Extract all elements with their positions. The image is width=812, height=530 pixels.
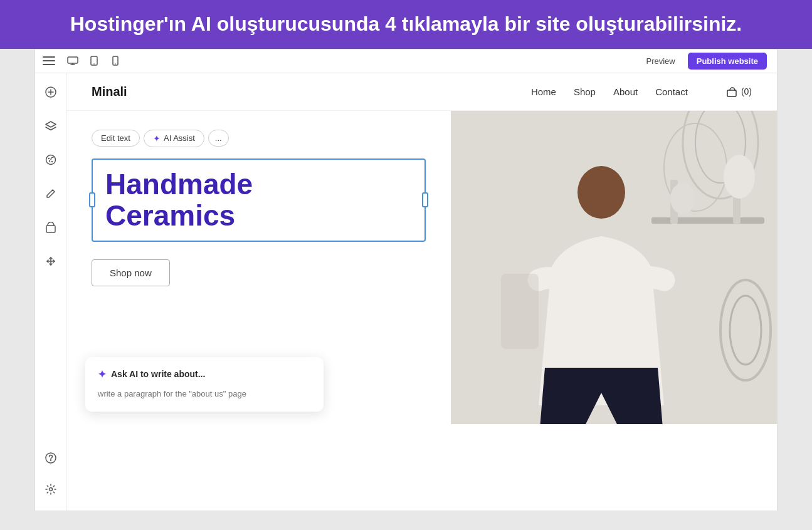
editor-wrapper: Preview Publish website (34, 49, 778, 511)
hero-heading: Handmade Ceramics (105, 169, 412, 232)
site-nav: Minali Home Shop About Contact (0) (66, 73, 777, 111)
edit-text-button[interactable]: Edit text (92, 130, 140, 147)
more-options-button[interactable]: ... (208, 130, 229, 147)
nav-home[interactable]: Home (531, 86, 556, 97)
shop-now-button[interactable]: Shop now (92, 259, 170, 286)
site-logo: Minali (92, 85, 127, 99)
sidebar-bottom (40, 447, 62, 501)
svg-point-9 (51, 160, 52, 162)
svg-point-23 (577, 166, 625, 219)
svg-point-12 (49, 487, 52, 491)
topbar-left (43, 55, 124, 67)
sidebar-item-move[interactable] (40, 250, 62, 273)
selection-handle-right (422, 192, 428, 207)
heading-container[interactable]: Handmade Ceramics (92, 158, 426, 242)
svg-point-21 (724, 155, 755, 199)
sidebar-item-settings[interactable] (40, 478, 62, 501)
hero-photo (451, 111, 777, 424)
sidebar-item-help[interactable] (40, 447, 62, 469)
ai-sparkle-icon: ✦ (153, 133, 161, 143)
publish-button[interactable]: Publish website (688, 53, 767, 70)
site-cart[interactable]: (0) (725, 85, 752, 98)
ai-prompt-star-icon: ✦ (98, 368, 106, 380)
svg-rect-10 (46, 226, 55, 232)
ai-prompt-input[interactable] (98, 389, 311, 398)
svg-rect-13 (727, 90, 736, 96)
svg-point-4 (115, 63, 116, 65)
hero-section: Edit text ✦ AI Assist ... Handmade (66, 111, 777, 424)
hamburger-icon[interactable] (43, 56, 55, 65)
banner-text: Hostinger'ın AI oluşturucusunda 4 tıklam… (25, 11, 787, 38)
nav-about[interactable]: About (613, 86, 638, 97)
ai-assist-button[interactable]: ✦ AI Assist (144, 130, 204, 147)
svg-rect-0 (68, 57, 78, 63)
sidebar (35, 49, 66, 511)
mobile-icon[interactable] (107, 55, 124, 67)
sidebar-item-theme[interactable] (40, 148, 62, 171)
svg-point-2 (93, 63, 95, 65)
selection-handle-left (89, 192, 95, 207)
hero-image (451, 111, 777, 424)
website-preview: Minali Home Shop About Contact (0) (66, 73, 777, 511)
site-nav-links: Home Shop About Contact (531, 86, 688, 97)
top-banner: Hostinger'ın AI oluşturucusunda 4 tıklam… (0, 0, 812, 49)
sidebar-item-layers[interactable] (40, 115, 62, 137)
sidebar-item-shop[interactable] (40, 216, 62, 239)
editor-topbar: Preview Publish website (35, 49, 777, 73)
svg-point-8 (48, 160, 50, 161)
desktop-icon[interactable] (64, 55, 82, 67)
sidebar-item-edit[interactable] (40, 182, 62, 205)
tablet-icon[interactable] (85, 55, 103, 67)
svg-rect-24 (501, 274, 539, 349)
svg-point-7 (48, 157, 49, 158)
nav-contact[interactable]: Contact (655, 86, 688, 97)
hero-left: Edit text ✦ AI Assist ... Handmade (66, 111, 451, 424)
sidebar-item-add[interactable] (40, 81, 62, 103)
nav-shop[interactable]: Shop (574, 86, 596, 97)
ai-prompt-box: ✦ Ask AI to write about... (85, 357, 324, 412)
svg-point-22 (670, 183, 695, 214)
cart-count: (0) (741, 86, 752, 96)
svg-rect-18 (651, 217, 764, 224)
edit-toolbar: Edit text ✦ AI Assist ... (92, 130, 426, 147)
main-content: Minali Home Shop About Contact (0) (66, 73, 777, 511)
preview-button[interactable]: Preview (640, 54, 682, 68)
ai-prompt-title: ✦ Ask AI to write about... (98, 368, 311, 380)
